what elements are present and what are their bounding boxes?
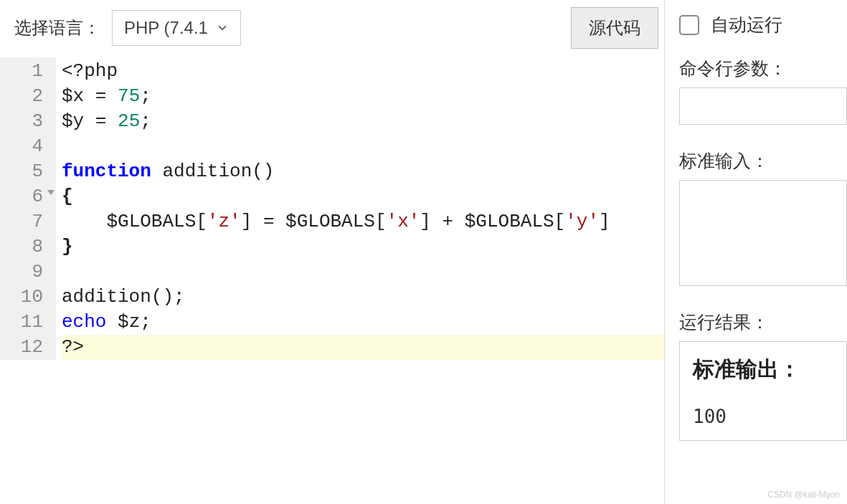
code-editor[interactable]: 123456789101112 <?php$x = 75;$y = 25;fun… (0, 57, 664, 360)
output-box: 标准输出： 100 (679, 341, 847, 441)
output-value: 100 (693, 406, 833, 427)
gutter-line: 6 (0, 184, 56, 209)
autorun-label: 自动运行 (711, 13, 782, 37)
cmdline-label: 命令行参数： (679, 57, 847, 80)
watermark: CSDN @kali-Myon (767, 490, 840, 500)
fold-marker-icon[interactable] (47, 190, 55, 195)
code-line[interactable]: ?> (62, 335, 664, 360)
result-label: 运行结果： (679, 310, 847, 334)
code-line[interactable] (62, 134, 664, 159)
gutter-line: 11 (0, 310, 56, 335)
chevron-down-icon (216, 22, 229, 34)
code-line[interactable]: } (62, 234, 664, 260)
language-selected-text: PHP (7.4.1 (124, 18, 216, 38)
autorun-checkbox[interactable] (679, 15, 699, 35)
gutter-line: 3 (0, 109, 56, 134)
gutter-line: 2 (0, 84, 56, 109)
code-line[interactable]: $y = 25; (62, 109, 664, 134)
toolbar: 选择语言： PHP (7.4.1 源代码 (0, 0, 664, 57)
code-line[interactable]: echo $z; (62, 310, 664, 335)
side-panel: 自动运行 命令行参数： 标准输入： 运行结果： 标准输出： 100 (664, 0, 847, 504)
gutter-line: 4 (0, 134, 56, 159)
gutter-line: 1 (0, 59, 56, 84)
source-code-button[interactable]: 源代码 (571, 7, 658, 49)
code-line[interactable]: { (62, 184, 664, 209)
language-select[interactable]: PHP (7.4.1 (112, 10, 241, 46)
language-label: 选择语言： (14, 16, 100, 39)
output-title: 标准输出： (693, 355, 833, 384)
code-line[interactable]: addition(); (62, 285, 664, 310)
gutter-line: 8 (0, 234, 56, 260)
code-area[interactable]: <?php$x = 75;$y = 25;function addition()… (56, 57, 664, 360)
code-line[interactable] (62, 260, 664, 285)
cmdline-input[interactable] (679, 87, 847, 125)
stdin-label: 标准输入： (679, 149, 847, 173)
stdin-input[interactable] (679, 180, 847, 286)
gutter-line: 7 (0, 209, 56, 234)
gutter-line: 5 (0, 159, 56, 184)
code-line[interactable]: <?php (62, 59, 664, 84)
code-line[interactable]: function addition() (62, 159, 664, 184)
code-line[interactable]: $GLOBALS['z'] = $GLOBALS['x'] + $GLOBALS… (62, 209, 664, 234)
line-gutter: 123456789101112 (0, 57, 56, 360)
gutter-line: 12 (0, 335, 56, 360)
gutter-line: 9 (0, 260, 56, 285)
autorun-row: 自动运行 (679, 13, 847, 37)
gutter-line: 10 (0, 285, 56, 310)
editor-panel: 选择语言： PHP (7.4.1 源代码 123456789101112 <?p… (0, 0, 664, 504)
code-line[interactable]: $x = 75; (62, 84, 664, 109)
